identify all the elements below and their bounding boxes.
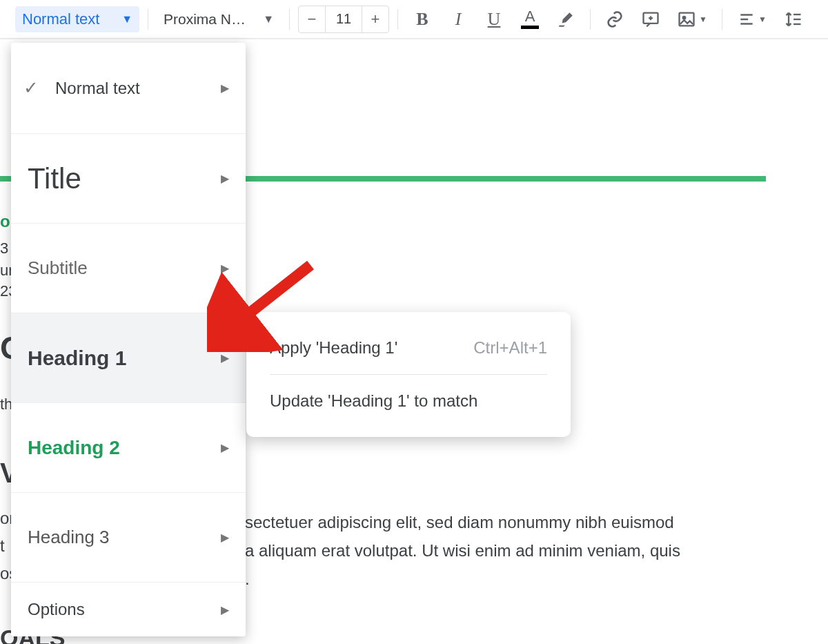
update-heading-1-to-match[interactable]: Update 'Heading 1' to match — [246, 379, 571, 423]
paragraph-group: ▼ — [731, 6, 809, 33]
paragraph-style-dropdown[interactable]: Normal text ▼ — [15, 6, 139, 32]
submenu-caret-icon: ▶ — [221, 603, 229, 616]
highlight-button[interactable] — [554, 6, 578, 33]
format-group: B I U A — [406, 6, 582, 33]
submenu-caret-icon: ▶ — [221, 81, 229, 95]
font-size-input[interactable] — [325, 6, 362, 32]
bold-button[interactable]: B — [411, 6, 434, 33]
insert-group: ▼ — [599, 6, 713, 33]
document-body-text: sectetuer adipiscing elit, sed diam nonu… — [245, 509, 773, 593]
clipped-text: t — [0, 536, 5, 556]
italic-button[interactable]: I — [446, 6, 470, 33]
keyboard-shortcut: Ctrl+Alt+1 — [473, 338, 547, 358]
paragraph-style-label: Normal text — [22, 10, 99, 28]
submenu-caret-icon: ▶ — [221, 351, 229, 364]
submenu-caret-icon: ▶ — [221, 441, 229, 454]
text-color-button[interactable]: A — [518, 6, 542, 33]
toolbar-separator — [289, 9, 290, 30]
checkmark-icon: ✓ — [23, 77, 39, 99]
style-option-options[interactable]: Options ▶ — [11, 583, 246, 636]
font-label: Proxima N… — [164, 11, 246, 28]
submenu-caret-icon: ▶ — [221, 172, 229, 185]
align-button[interactable]: ▼ — [735, 6, 769, 33]
underline-button[interactable]: U — [482, 6, 506, 33]
caret-down-icon: ▼ — [121, 13, 132, 26]
font-size-decrease-button[interactable]: − — [299, 6, 325, 32]
toolbar-separator — [590, 9, 591, 30]
font-size-group: − + — [298, 6, 389, 33]
font-dropdown[interactable]: Proxima N… ▼ — [157, 7, 281, 32]
submenu-separator — [270, 374, 547, 375]
line-spacing-button[interactable] — [782, 6, 805, 33]
insert-image-button[interactable]: ▼ — [675, 6, 709, 33]
style-option-title[interactable]: Title ▶ — [11, 134, 246, 224]
toolbar: Normal text ▼ Proxima N… ▼ − + B I U A — [0, 0, 828, 39]
submenu-caret-icon: ▶ — [221, 531, 229, 544]
annotation-arrow — [207, 255, 324, 352]
style-option-heading-2[interactable]: Heading 2 ▶ — [11, 403, 246, 493]
toolbar-separator — [148, 9, 148, 30]
insert-link-button[interactable] — [603, 6, 627, 33]
toolbar-separator — [722, 9, 722, 30]
style-option-heading-3[interactable]: Heading 3 ▶ — [11, 493, 246, 583]
clipped-text: 3 — [0, 240, 8, 257]
svg-line-11 — [226, 265, 310, 331]
style-option-normal-text[interactable]: ✓ Normal text ▶ — [11, 43, 246, 134]
toolbar-separator — [397, 9, 398, 30]
font-size-increase-button[interactable]: + — [362, 6, 388, 32]
insert-comment-button[interactable] — [639, 6, 662, 33]
caret-down-icon: ▼ — [263, 13, 274, 26]
svg-point-4 — [683, 16, 686, 19]
